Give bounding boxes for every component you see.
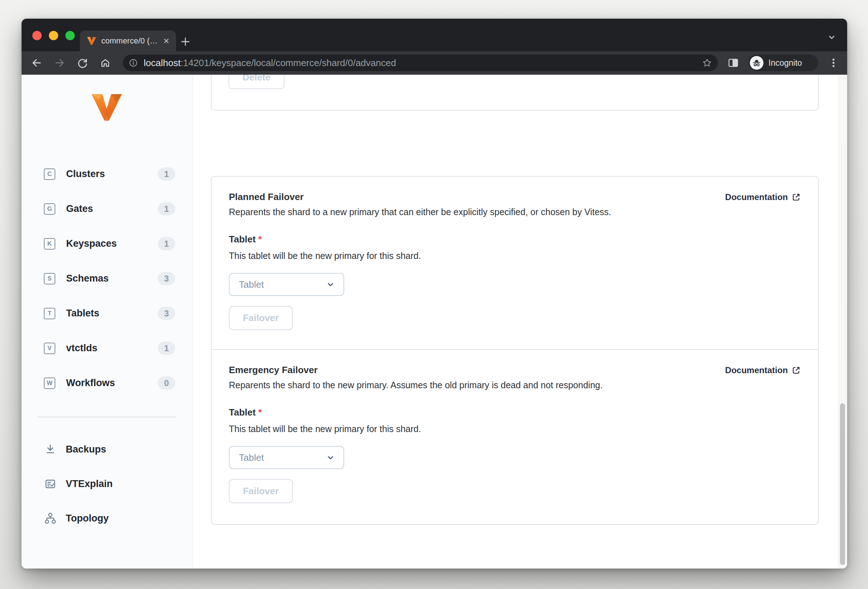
documentation-link[interactable]: Documentation — [725, 364, 801, 376]
sidebar-item-label: VTExplain — [66, 479, 113, 489]
sidebar-item-vtexplain[interactable]: VTExplain — [22, 467, 193, 501]
sidebar-item-label: Topology — [66, 513, 108, 524]
incognito-label: Incognito — [769, 58, 802, 68]
bookmark-star-icon[interactable] — [702, 58, 712, 68]
previous-card-partial — [211, 75, 819, 110]
url-path: :14201/keyspace/local/commerce/shard/0/a… — [181, 57, 396, 68]
panel-description: Reparents the shard to the new primary. … — [229, 379, 801, 391]
download-icon — [44, 443, 57, 456]
failover-button[interactable]: Failover — [229, 479, 293, 503]
sidebar-nav: C Clusters 1 G Gates 1 K Keyspaces 1 S S… — [22, 157, 193, 401]
sidebar-item-label: Gates — [66, 203, 158, 214]
sidebar-footer-nav: Backups VTExplain — [22, 432, 193, 536]
tab-search-chevron-icon[interactable] — [827, 33, 836, 42]
emergency-failover-panel: Emergency Failover Documentation Reparen… — [212, 350, 818, 526]
clusters-letter-icon: C — [44, 168, 55, 180]
documentation-link-label: Documentation — [725, 191, 788, 203]
tablet-field-label: Tablet* — [229, 233, 801, 245]
sidebar-item-label: vtctlds — [66, 343, 158, 354]
address-bar[interactable]: localhost:14201/keyspace/local/commerce/… — [123, 54, 718, 71]
site-info-icon[interactable] — [128, 58, 138, 68]
panel-title: Emergency Failover — [229, 364, 317, 376]
planned-failover-panel: Planned Failover Documentation Reparents… — [212, 177, 818, 350]
workflows-letter-icon: W — [44, 377, 55, 389]
sidebar-item-vtctlds[interactable]: V vtctlds 1 — [22, 331, 193, 366]
reload-button[interactable] — [76, 56, 89, 69]
incognito-badge: Incognito — [748, 54, 818, 71]
sidebar-item-workflows[interactable]: W Workflows 0 — [22, 366, 193, 401]
tab-strip: commerce/0 (local) | VTAdmin — [22, 19, 847, 52]
minimize-window-button[interactable] — [49, 31, 58, 40]
sidebar-item-topology[interactable]: Topology — [22, 501, 193, 536]
tab-title: commerce/0 (local) | VTAdmin — [101, 36, 158, 46]
gates-letter-icon: G — [44, 203, 55, 215]
back-button[interactable] — [30, 56, 43, 69]
tablet-field-help: This tablet will be the new primary for … — [229, 250, 801, 261]
sidebar-item-keyspaces[interactable]: K Keyspaces 1 — [22, 226, 193, 261]
sidebar: C Clusters 1 G Gates 1 K Keyspaces 1 S S… — [22, 75, 193, 568]
sidebar-item-label: Backups — [66, 444, 106, 455]
page-scrollbar-track — [838, 75, 847, 568]
count-badge: 1 — [158, 237, 175, 250]
traffic-lights — [32, 31, 75, 40]
topology-icon — [44, 512, 57, 525]
tablet-field-label: Tablet* — [229, 406, 801, 418]
sidebar-item-label: Clusters — [66, 168, 158, 180]
home-button[interactable] — [99, 56, 112, 69]
documentation-link[interactable]: Documentation — [725, 191, 801, 203]
sidebar-item-backups[interactable]: Backups — [22, 432, 193, 467]
sidebar-divider — [38, 417, 176, 417]
sidebar-item-tablets[interactable]: T Tablets 3 — [22, 296, 193, 331]
sidebar-item-gates[interactable]: G Gates 1 — [22, 191, 193, 226]
side-panel-icon[interactable] — [727, 57, 740, 69]
browser-tab[interactable]: commerce/0 (local) | VTAdmin — [80, 31, 176, 52]
sidebar-item-label: Workflows — [66, 377, 158, 389]
schemas-letter-icon: S — [44, 273, 55, 284]
count-badge: 1 — [158, 167, 175, 181]
panel-description: Reparents the shard to a new primary tha… — [229, 206, 801, 218]
sidebar-item-label: Keyspaces — [66, 238, 158, 249]
panel-title: Planned Failover — [229, 191, 304, 203]
vitess-logo[interactable] — [91, 93, 123, 121]
browser-window: commerce/0 (local) | VTAdmin — [22, 19, 847, 568]
url-text: localhost:14201/keyspace/local/commerce/… — [144, 57, 698, 69]
count-badge: 3 — [158, 272, 175, 285]
new-tab-button[interactable] — [180, 36, 191, 47]
required-asterisk: * — [258, 407, 262, 418]
vtadmin-app: C Clusters 1 G Gates 1 K Keyspaces 1 S S… — [22, 75, 847, 568]
tablets-letter-icon: T — [44, 308, 55, 319]
vtctlds-letter-icon: V — [44, 343, 55, 354]
sidebar-item-schemas[interactable]: S Schemas 3 — [22, 261, 193, 296]
browser-menu-icon[interactable] — [827, 57, 840, 69]
documentation-link-label: Documentation — [725, 364, 788, 376]
count-badge: 1 — [158, 202, 175, 215]
failover-button[interactable]: Failover — [229, 306, 293, 330]
delete-button[interactable]: Delete — [229, 75, 285, 89]
chevron-down-icon — [326, 453, 335, 462]
reparent-card: Planned Failover Documentation Reparents… — [211, 176, 819, 525]
count-badge: 1 — [158, 342, 175, 355]
browser-toolbar: localhost:14201/keyspace/local/commerce/… — [22, 52, 847, 75]
required-asterisk: * — [258, 234, 262, 244]
sidebar-item-label: Tablets — [66, 308, 158, 319]
forward-button[interactable] — [53, 56, 66, 69]
tablet-select[interactable]: Tablet — [229, 273, 344, 296]
keyspaces-letter-icon: K — [44, 238, 55, 250]
url-host: localhost — [144, 57, 181, 68]
external-link-icon — [791, 366, 801, 375]
tablet-select[interactable]: Tablet — [229, 446, 344, 469]
tab-close-icon[interactable] — [162, 36, 171, 46]
maximize-window-button[interactable] — [65, 31, 75, 40]
doc-check-icon — [44, 477, 57, 490]
sidebar-item-label: Schemas — [66, 273, 158, 284]
sidebar-item-clusters[interactable]: C Clusters 1 — [22, 157, 193, 191]
tablet-field-help: This tablet will be the new primary for … — [229, 423, 801, 434]
tablet-select-value: Tablet — [239, 279, 264, 290]
external-link-icon — [791, 193, 801, 202]
close-window-button[interactable] — [32, 31, 42, 40]
page-scrollbar-thumb[interactable] — [840, 403, 845, 565]
chevron-down-icon — [326, 280, 335, 289]
vitess-favicon-icon — [87, 36, 96, 46]
incognito-icon — [750, 56, 763, 70]
count-badge: 3 — [158, 307, 175, 320]
